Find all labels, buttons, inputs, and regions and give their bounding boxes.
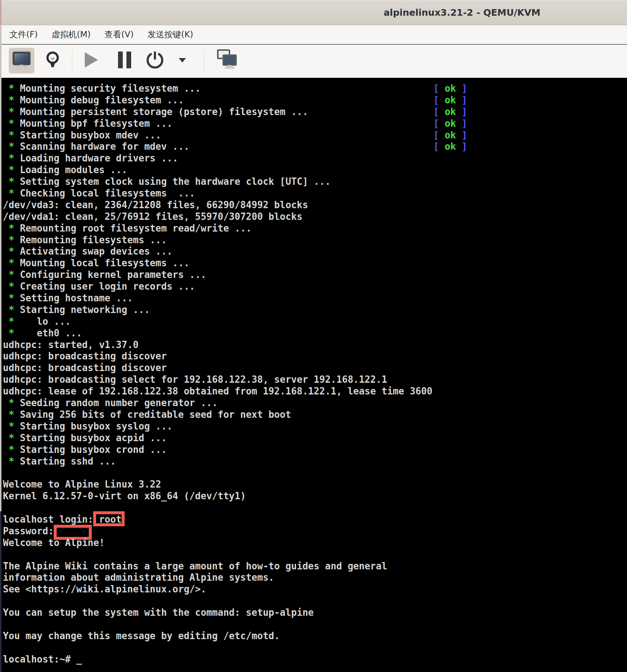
pause-vm-button[interactable] [112,48,137,73]
menu-virtual-machine[interactable]: 虚拟机(M) [52,29,91,40]
terminal-line: * lo ... [3,316,627,328]
terminal-line [3,549,627,561]
play-icon [84,52,99,69]
terminal-line: * Setting hostname ... [3,293,627,304]
terminal-line: * Loading hardware drivers ... [3,153,627,164]
terminal-line: /dev/vda3: clean, 2364/21208 files, 6629… [3,199,627,211]
terminal-line: * Saving 256 bits of creditable seed for… [3,409,627,421]
terminal-line: localhost:~# _ [3,654,627,665]
terminal-line: Welcome to Alpine! [3,537,627,549]
guest-console[interactable]: * Mounting security filesystem ...[ ok ]… [1,78,627,672]
terminal-line: * Starting busybox mdev ...[ ok ] [3,130,627,141]
terminal-line: * Starting networking ... [3,304,627,316]
ok-status: [ ok ] [433,83,467,95]
ok-status: [ ok ] [433,106,467,118]
terminal-line: Welcome to Alpine Linux 3.22 [3,479,627,490]
toolbar-separator [72,49,72,72]
menu-send-key[interactable]: 发送按键(K) [148,29,193,40]
terminal-line: * Starting busybox crond ... [3,444,627,456]
terminal-line: * Checking local filesystems ... [3,188,627,199]
terminal-line: * Mounting persistent storage (pstore) f… [3,106,627,118]
terminal-line [3,595,627,607]
dual-display-icon [217,49,237,72]
caret-down-icon [178,57,186,64]
terminal-line: * eth0 ... [3,328,627,339]
terminal-line: * Mounting local filesystems ... [3,257,627,269]
ok-status: [ ok ] [433,95,467,106]
lightbulb-icon [45,51,60,70]
toolbar-separator [204,49,204,72]
terminal-line: * Creating user login records ... [3,281,627,293]
terminal-line: * Starting busybox syslog ... [3,421,627,432]
terminal-line [3,619,627,630]
terminal-line: The Alpine Wiki contains a large amount … [3,561,627,572]
pause-icon [117,51,132,70]
ok-status: [ ok ] [433,118,467,130]
terminal-line: * Loading modules ... [3,164,627,176]
terminal-line: Kernel 6.12.57-0-virt on x86_64 (/dev/tt… [3,490,627,502]
shutdown-menu-button[interactable] [171,48,193,73]
terminal-line: You may change this message by editing /… [3,630,627,642]
terminal-line: Password: [3,526,627,537]
menu-file[interactable]: 文件(F) [10,29,38,40]
terminal-line: * Remounting filesystems ... [3,234,627,246]
ok-status: [ ok ] [433,141,467,153]
virt-manager-window: alpinelinux3.21-2 - QEMU/KVM 文件(F) 虚拟机(M… [1,0,627,672]
fullscreen-console-button[interactable] [214,48,240,73]
monitor-icon [12,51,31,70]
menubar: 文件(F) 虚拟机(M) 查看(V) 发送按键(K) [1,25,627,44]
titlebar: alpinelinux3.21-2 - QEMU/KVM [1,0,627,25]
terminal-line: localhost login: root [3,514,627,526]
toolbar [1,45,627,78]
terminal-line: /dev/vda1: clean, 25/76912 files, 55970/… [3,211,627,223]
menu-view[interactable]: 查看(V) [104,29,134,40]
terminal-line: udhcpc: broadcasting discover [3,362,627,374]
power-icon [145,50,164,71]
terminal-line: * Starting sshd ... [3,456,627,467]
terminal-line: udhcpc: broadcasting select for 192.168.… [3,374,627,386]
terminal-line [3,467,627,479]
terminal-line: See <https://wiki.alpinelinux.org/>. [3,584,627,595]
terminal-line: * Starting busybox acpid ... [3,432,627,444]
terminal-line: information about administrating Alpine … [3,572,627,584]
terminal-line: * Remounting root filesystem read/write … [3,223,627,234]
terminal-line: * Configuring kernel parameters ... [3,269,627,281]
terminal-line: * Mounting bpf filesystem ...[ ok ] [3,118,627,130]
run-vm-button[interactable] [79,48,104,73]
terminal-line: * Mounting security filesystem ...[ ok ] [3,83,627,95]
window-title: alpinelinux3.21-2 - QEMU/KVM [384,7,540,18]
show-graphical-console-button[interactable] [9,48,34,73]
terminal-line [3,502,627,514]
terminal-line: You can setup the system with the comman… [3,607,627,619]
terminal-line: * Scanning hardware for mdev ...[ ok ] [3,141,627,153]
show-vm-details-button[interactable] [40,48,65,73]
ok-status: [ ok ] [433,130,467,141]
terminal-line: * Setting system clock using the hardwar… [3,176,627,188]
terminal-line: * Activating swap devices ... [3,246,627,257]
terminal-line: udhcpc: lease of 192.168.122.38 obtained… [3,386,627,397]
shutdown-vm-button[interactable] [142,48,168,73]
terminal-line: * Mounting debug filesystem ...[ ok ] [3,95,627,106]
terminal-line: * Seeding random number generator ... [3,397,627,409]
terminal-line: udhcpc: broadcasting discover [3,351,627,362]
terminal-line [3,642,627,654]
terminal-line: udhcpc: started, v1.37.0 [3,339,627,351]
